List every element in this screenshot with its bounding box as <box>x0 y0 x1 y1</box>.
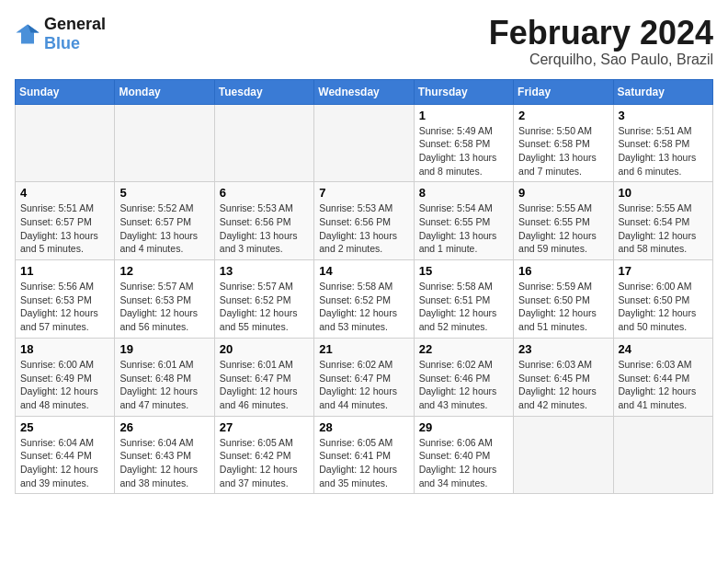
day-info: Sunrise: 5:59 AM Sunset: 6:50 PM Dayligh… <box>518 280 608 334</box>
day-info: Sunrise: 6:02 AM Sunset: 6:46 PM Dayligh… <box>419 358 508 412</box>
day-number: 12 <box>119 264 209 278</box>
day-info: Sunrise: 6:03 AM Sunset: 6:45 PM Dayligh… <box>518 358 608 412</box>
weekday-header-saturday: Saturday <box>613 79 712 104</box>
calendar-cell: 1Sunrise: 5:49 AM Sunset: 6:58 PM Daylig… <box>414 104 513 182</box>
day-info: Sunrise: 5:57 AM Sunset: 6:53 PM Dayligh… <box>119 280 209 334</box>
weekday-header-wednesday: Wednesday <box>314 79 414 104</box>
location-title: Cerquilho, Sao Paulo, Brazil <box>489 52 713 68</box>
calendar-cell: 2Sunrise: 5:50 AM Sunset: 6:58 PM Daylig… <box>514 104 613 182</box>
day-info: Sunrise: 5:52 AM Sunset: 6:57 PM Dayligh… <box>119 201 209 256</box>
calendar-week-4: 18Sunrise: 6:00 AM Sunset: 6:49 PM Dayli… <box>16 338 713 416</box>
calendar-week-3: 11Sunrise: 5:56 AM Sunset: 6:53 PM Dayli… <box>16 260 713 339</box>
day-number: 27 <box>220 420 309 434</box>
day-number: 26 <box>119 420 209 434</box>
day-info: Sunrise: 6:02 AM Sunset: 6:47 PM Dayligh… <box>319 358 408 412</box>
day-info: Sunrise: 6:01 AM Sunset: 6:47 PM Dayligh… <box>220 358 309 412</box>
calendar-cell: 14Sunrise: 5:58 AM Sunset: 6:52 PM Dayli… <box>314 260 414 339</box>
day-number: 21 <box>319 342 408 356</box>
title-area: February 2024 Cerquilho, Sao Paulo, Braz… <box>489 15 713 68</box>
day-number: 18 <box>20 342 109 356</box>
day-info: Sunrise: 5:57 AM Sunset: 6:52 PM Dayligh… <box>220 280 309 334</box>
day-number: 3 <box>619 109 708 122</box>
calendar-cell: 13Sunrise: 5:57 AM Sunset: 6:52 PM Dayli… <box>214 260 313 339</box>
calendar-cell: 26Sunrise: 6:04 AM Sunset: 6:43 PM Dayli… <box>115 416 214 494</box>
day-info: Sunrise: 5:53 AM Sunset: 6:56 PM Dayligh… <box>319 201 408 256</box>
day-number: 1 <box>419 109 508 122</box>
calendar-week-5: 25Sunrise: 6:04 AM Sunset: 6:44 PM Dayli… <box>16 416 713 494</box>
calendar-cell: 24Sunrise: 6:03 AM Sunset: 6:44 PM Dayli… <box>613 338 712 416</box>
calendar-cell: 19Sunrise: 6:01 AM Sunset: 6:48 PM Dayli… <box>115 338 214 416</box>
day-number: 2 <box>518 109 608 122</box>
calendar-cell: 3Sunrise: 5:51 AM Sunset: 6:58 PM Daylig… <box>613 104 712 182</box>
logo-text: General Blue <box>44 15 106 53</box>
day-number: 10 <box>619 186 708 200</box>
calendar-cell: 4Sunrise: 5:51 AM Sunset: 6:57 PM Daylig… <box>16 182 115 260</box>
day-number: 17 <box>619 264 708 278</box>
weekday-header-sunday: Sunday <box>16 79 115 104</box>
calendar: SundayMondayTuesdayWednesdayThursdayFrid… <box>15 79 713 495</box>
weekday-header-monday: Monday <box>115 79 214 104</box>
calendar-week-2: 4Sunrise: 5:51 AM Sunset: 6:57 PM Daylig… <box>16 182 713 260</box>
day-number: 9 <box>518 186 608 200</box>
day-info: Sunrise: 6:00 AM Sunset: 6:50 PM Dayligh… <box>619 280 708 334</box>
day-number: 29 <box>419 420 508 434</box>
calendar-cell: 15Sunrise: 5:58 AM Sunset: 6:51 PM Dayli… <box>414 260 513 339</box>
calendar-week-1: 1Sunrise: 5:49 AM Sunset: 6:58 PM Daylig… <box>16 104 713 182</box>
svg-marker-0 <box>16 25 39 44</box>
weekday-header-tuesday: Tuesday <box>214 79 313 104</box>
calendar-body: 1Sunrise: 5:49 AM Sunset: 6:58 PM Daylig… <box>16 104 713 494</box>
day-info: Sunrise: 6:05 AM Sunset: 6:41 PM Dayligh… <box>319 436 408 490</box>
weekday-header-thursday: Thursday <box>414 79 513 104</box>
day-info: Sunrise: 5:50 AM Sunset: 6:58 PM Dayligh… <box>518 124 608 178</box>
calendar-cell: 7Sunrise: 5:53 AM Sunset: 6:56 PM Daylig… <box>314 182 414 260</box>
day-number: 15 <box>419 264 508 278</box>
day-number: 25 <box>20 420 109 434</box>
calendar-cell: 23Sunrise: 6:03 AM Sunset: 6:45 PM Dayli… <box>514 338 613 416</box>
month-title: February 2024 <box>489 15 713 52</box>
day-info: Sunrise: 5:56 AM Sunset: 6:53 PM Dayligh… <box>20 280 109 334</box>
day-info: Sunrise: 6:05 AM Sunset: 6:42 PM Dayligh… <box>220 436 309 490</box>
day-info: Sunrise: 6:06 AM Sunset: 6:40 PM Dayligh… <box>419 436 508 490</box>
calendar-cell <box>214 104 313 182</box>
day-number: 23 <box>518 342 608 356</box>
calendar-cell: 6Sunrise: 5:53 AM Sunset: 6:56 PM Daylig… <box>214 182 313 260</box>
calendar-cell: 25Sunrise: 6:04 AM Sunset: 6:44 PM Dayli… <box>16 416 115 494</box>
day-number: 24 <box>619 342 708 356</box>
day-info: Sunrise: 5:55 AM Sunset: 6:55 PM Dayligh… <box>518 201 608 256</box>
calendar-cell: 11Sunrise: 5:56 AM Sunset: 6:53 PM Dayli… <box>16 260 115 339</box>
calendar-cell: 22Sunrise: 6:02 AM Sunset: 6:46 PM Dayli… <box>414 338 513 416</box>
day-number: 13 <box>220 264 309 278</box>
day-number: 7 <box>319 186 408 200</box>
calendar-cell: 29Sunrise: 6:06 AM Sunset: 6:40 PM Dayli… <box>414 416 513 494</box>
day-info: Sunrise: 5:51 AM Sunset: 6:58 PM Dayligh… <box>619 124 708 178</box>
calendar-cell: 10Sunrise: 5:55 AM Sunset: 6:54 PM Dayli… <box>613 182 712 260</box>
day-number: 19 <box>119 342 209 356</box>
calendar-cell <box>115 104 214 182</box>
day-info: Sunrise: 6:04 AM Sunset: 6:44 PM Dayligh… <box>20 436 109 490</box>
calendar-cell <box>514 416 613 494</box>
day-number: 22 <box>419 342 508 356</box>
calendar-cell: 16Sunrise: 5:59 AM Sunset: 6:50 PM Dayli… <box>514 260 613 339</box>
calendar-cell <box>613 416 712 494</box>
day-info: Sunrise: 5:55 AM Sunset: 6:54 PM Dayligh… <box>619 201 708 256</box>
day-number: 8 <box>419 186 508 200</box>
day-info: Sunrise: 6:00 AM Sunset: 6:49 PM Dayligh… <box>20 358 109 412</box>
weekday-header-friday: Friday <box>514 79 613 104</box>
day-number: 4 <box>20 186 109 200</box>
calendar-cell <box>16 104 115 182</box>
day-number: 20 <box>220 342 309 356</box>
day-info: Sunrise: 6:04 AM Sunset: 6:43 PM Dayligh… <box>119 436 209 490</box>
calendar-cell: 9Sunrise: 5:55 AM Sunset: 6:55 PM Daylig… <box>514 182 613 260</box>
day-number: 6 <box>220 186 309 200</box>
day-info: Sunrise: 5:58 AM Sunset: 6:52 PM Dayligh… <box>319 280 408 334</box>
day-number: 28 <box>319 420 408 434</box>
day-info: Sunrise: 5:51 AM Sunset: 6:57 PM Dayligh… <box>20 201 109 256</box>
day-number: 16 <box>518 264 608 278</box>
logo: General Blue <box>15 15 106 53</box>
calendar-cell: 28Sunrise: 6:05 AM Sunset: 6:41 PM Dayli… <box>314 416 414 494</box>
day-info: Sunrise: 5:49 AM Sunset: 6:58 PM Dayligh… <box>419 124 508 178</box>
calendar-cell: 18Sunrise: 6:00 AM Sunset: 6:49 PM Dayli… <box>16 338 115 416</box>
day-number: 11 <box>20 264 109 278</box>
day-info: Sunrise: 5:54 AM Sunset: 6:55 PM Dayligh… <box>419 201 508 256</box>
calendar-cell: 27Sunrise: 6:05 AM Sunset: 6:42 PM Dayli… <box>214 416 313 494</box>
